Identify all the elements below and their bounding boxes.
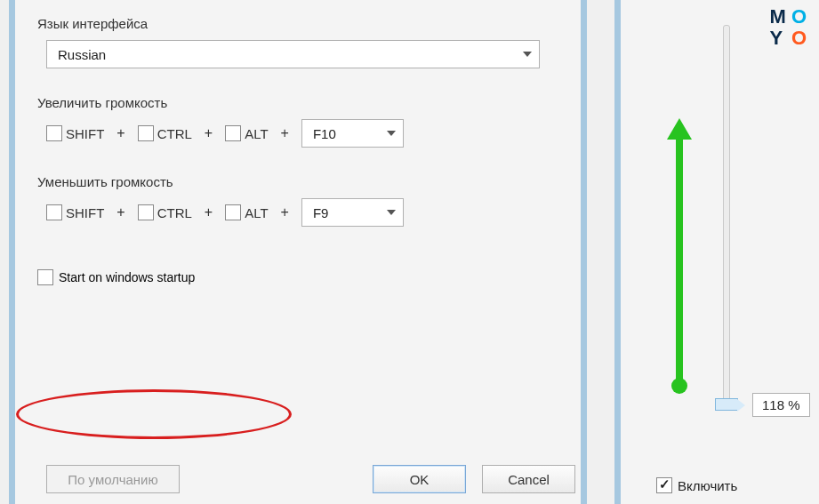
annotation-arrow-icon <box>676 138 683 387</box>
plus-icon: + <box>116 125 124 141</box>
volume-slider-track[interactable] <box>723 25 730 407</box>
plus-icon: + <box>205 125 213 141</box>
shift-checkbox-decrease[interactable] <box>46 204 62 220</box>
chevron-down-icon <box>387 131 396 136</box>
ctrl-checkbox-decrease[interactable] <box>138 204 154 220</box>
plus-icon: + <box>281 204 289 220</box>
alt-modifier[interactable]: ALT <box>225 204 268 220</box>
increase-key-value: F10 <box>313 126 336 141</box>
volume-panel: 118 % Включить M O Y O <box>614 0 819 504</box>
increase-hotkey-row: SHIFT + CTRL + ALT + F10 <box>46 119 558 148</box>
enable-label: Включить <box>678 478 737 493</box>
settings-dialog: Язык интерфейса Russian Увеличить громко… <box>9 0 587 504</box>
moyo-logo: M O Y O <box>770 7 807 48</box>
default-button[interactable]: По умолчанию <box>46 465 180 493</box>
chevron-down-icon <box>387 210 396 215</box>
plus-icon: + <box>205 204 213 220</box>
startup-row[interactable]: Start on windows startup <box>37 269 195 285</box>
language-value: Russian <box>58 47 106 62</box>
ctrl-checkbox-increase[interactable] <box>138 125 154 141</box>
decrease-key-select[interactable]: F9 <box>301 198 404 227</box>
increase-volume-label: Увеличить громкость <box>37 95 558 110</box>
ctrl-modifier[interactable]: CTRL <box>138 125 192 141</box>
decrease-key-value: F9 <box>313 205 329 220</box>
startup-checkbox[interactable] <box>37 269 53 285</box>
alt-modifier[interactable]: ALT <box>225 125 268 141</box>
volume-percent: 118 % <box>752 393 810 417</box>
shift-modifier[interactable]: SHIFT <box>46 204 104 220</box>
decrease-volume-label: Уменьшить громкость <box>37 174 558 189</box>
dialog-buttons: По умолчанию OK Cancel <box>46 465 575 493</box>
language-label: Язык интерфейса <box>37 16 558 31</box>
plus-icon: + <box>116 204 124 220</box>
startup-label: Start on windows startup <box>59 270 195 284</box>
ok-button[interactable]: OK <box>373 465 466 493</box>
plus-icon: + <box>281 125 289 141</box>
chevron-down-icon <box>523 52 532 57</box>
alt-checkbox-increase[interactable] <box>225 125 241 141</box>
shift-checkbox-increase[interactable] <box>46 125 62 141</box>
ctrl-modifier[interactable]: CTRL <box>138 204 192 220</box>
alt-checkbox-decrease[interactable] <box>225 204 241 220</box>
enable-checkbox[interactable] <box>656 477 672 493</box>
language-select[interactable]: Russian <box>46 40 540 68</box>
volume-slider-thumb[interactable] <box>715 398 738 411</box>
increase-key-select[interactable]: F10 <box>301 119 404 148</box>
decrease-hotkey-row: SHIFT + CTRL + ALT + F9 <box>46 198 558 227</box>
cancel-button[interactable]: Cancel <box>482 465 575 493</box>
enable-row[interactable]: Включить <box>656 477 737 493</box>
shift-modifier[interactable]: SHIFT <box>46 125 104 141</box>
